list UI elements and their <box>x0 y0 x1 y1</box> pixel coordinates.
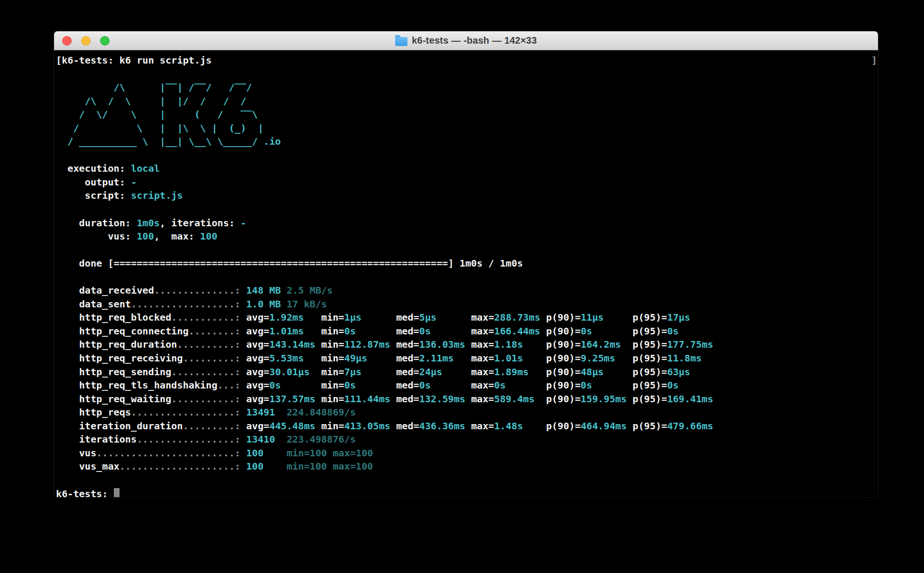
vus-config-line: vus: 100, max: 100 <box>56 230 878 243</box>
metric-row-http-req-tls-handshaking: http_req_tls_handshaking...: avg=0s min=… <box>56 379 878 392</box>
terminal-cursor <box>114 488 120 498</box>
title-group: k6-tests — -bash — 142×33 <box>395 35 536 46</box>
output-line: output: - <box>56 176 878 189</box>
window-title: k6-tests — -bash — 142×33 <box>412 35 536 46</box>
blank-line <box>56 67 878 81</box>
shell-prompt: k6-tests: <box>56 487 878 498</box>
k6-logo-line: /\ / \ | |/ / / / <box>56 94 878 108</box>
metric-row-http-req-blocked: http_req_blocked...........: avg=1.92ms … <box>56 311 878 324</box>
minimize-button[interactable] <box>81 36 91 46</box>
blank-line <box>56 148 878 162</box>
screen: k6-tests — -bash — 142×33 [k6-tests: k6 … <box>0 0 924 573</box>
metric-row-http-req-receiving: http_req_receiving.........: avg=5.53ms … <box>56 351 878 365</box>
metric-row-http-req-duration: http_req_duration..........: avg=143.14m… <box>56 338 878 351</box>
blank-line <box>56 473 878 487</box>
k6-logo-line: / __________ \ |__| \__\ \_____/ .io <box>56 135 878 148</box>
blank-line <box>56 270 878 284</box>
metric-row-iterations: iterations.................: 13410 223.4… <box>56 433 878 446</box>
k6-logo-line: / \/ \ | ( / ‾‾\ <box>56 108 878 121</box>
metric-row-http-reqs: http_reqs..................: 13491 224.8… <box>56 406 878 419</box>
title-bar: k6-tests — -bash — 142×33 <box>54 31 878 50</box>
blank-line <box>56 203 878 216</box>
folder-icon <box>395 37 407 46</box>
metric-row-data-sent: data_sent..................: 1.0 MB 17 k… <box>56 297 878 311</box>
terminal-output[interactable]: [k6-tests: k6 run script.js] /\ |‾‾| /‾‾… <box>54 50 878 497</box>
script-line: script: script.js <box>56 189 878 203</box>
duration-line: duration: 1m0s, iterations: - <box>56 216 878 230</box>
k6-logo-line: /\ |‾‾| /‾‾/ /‾‾/ <box>56 81 878 94</box>
metric-row-vus-max: vus_max....................: 100 min=100… <box>56 460 878 473</box>
metric-row-data-received: data_received..............: 148 MB 2.5 … <box>56 284 878 297</box>
progress-line: done [==================================… <box>56 257 878 270</box>
zoom-button[interactable] <box>100 36 110 46</box>
window-controls <box>62 31 110 50</box>
blank-line <box>56 243 878 257</box>
metric-row-http-req-sending: http_req_sending...........: avg=30.01µs… <box>56 365 878 379</box>
metric-row-vus: vus........................: 100 min=100… <box>56 446 878 460</box>
metric-row-http-req-connecting: http_req_connecting........: avg=1.01ms … <box>56 324 878 338</box>
execution-line: execution: local <box>56 162 878 176</box>
command-line: [k6-tests: k6 run script.js] <box>56 54 878 67</box>
metric-row-http-req-waiting: http_req_waiting...........: avg=137.57m… <box>56 392 878 406</box>
terminal-window: k6-tests — -bash — 142×33 [k6-tests: k6 … <box>54 31 878 497</box>
k6-logo-line: / \ | |\ \ | (_) | <box>56 121 878 135</box>
close-button[interactable] <box>62 36 72 46</box>
metric-row-iteration-duration: iteration_duration.........: avg=445.48m… <box>56 419 878 433</box>
